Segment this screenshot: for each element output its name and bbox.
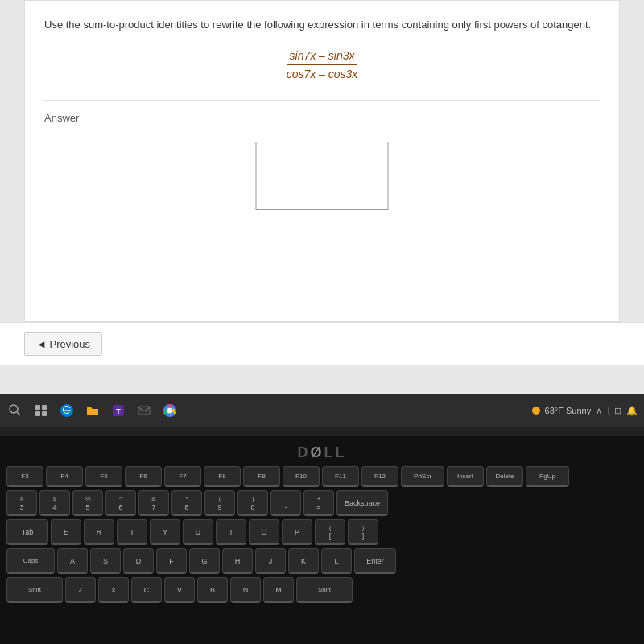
- dell-logo: DØLL: [0, 436, 644, 466]
- svg-rect-5: [42, 411, 47, 416]
- key-0[interactable]: )0: [237, 490, 268, 516]
- key-u[interactable]: U: [183, 519, 213, 545]
- key-z[interactable]: Z: [65, 577, 96, 603]
- number-key-row: #3 $4 %5 ^6 &7 *8 (9 )0 _- += Backspace: [0, 490, 644, 516]
- key-p[interactable]: P: [282, 519, 312, 545]
- key-enter[interactable]: Enter: [354, 548, 396, 574]
- math-expression: sin7x – sin3x cos7x – cos3x: [44, 49, 600, 80]
- svg-rect-3: [42, 405, 47, 410]
- key-o[interactable]: O: [249, 519, 279, 545]
- taskbar-chrome-icon[interactable]: [161, 402, 179, 419]
- key-backspace[interactable]: Backspace: [336, 490, 388, 516]
- content-area: Use the sum-to-product identities to rew…: [24, 0, 620, 322]
- key-l[interactable]: L: [321, 548, 352, 574]
- svg-rect-4: [35, 411, 40, 416]
- taskbar-task-view-icon[interactable]: [32, 402, 50, 419]
- key-g[interactable]: G: [189, 548, 220, 574]
- key-f6[interactable]: F6: [125, 466, 162, 487]
- svg-rect-9: [138, 407, 150, 415]
- taskbar-mail-icon[interactable]: [135, 402, 153, 419]
- denominator: cos7x – cos3x: [287, 65, 358, 80]
- key-3[interactable]: #3: [6, 490, 37, 516]
- key-f3[interactable]: F3: [6, 466, 43, 487]
- key-b[interactable]: B: [197, 577, 228, 603]
- key-9[interactable]: (9: [204, 490, 235, 516]
- taskbar-chevron-up[interactable]: ∧: [596, 406, 602, 416]
- key-5[interactable]: %5: [72, 490, 103, 516]
- key-close-bracket[interactable]: }]: [348, 519, 378, 545]
- screen-bezel: [0, 427, 644, 436]
- svg-rect-2: [35, 405, 40, 410]
- weather-text: 63°F Sunny: [545, 406, 592, 415]
- key-f7[interactable]: F7: [164, 466, 201, 487]
- key-v[interactable]: V: [164, 577, 195, 603]
- key-m[interactable]: M: [263, 577, 294, 603]
- svg-text:T: T: [116, 407, 121, 415]
- previous-button[interactable]: ◄ Previous: [24, 332, 102, 356]
- key-t[interactable]: T: [117, 519, 147, 545]
- key-f9[interactable]: F9: [243, 466, 280, 487]
- key-f[interactable]: F: [156, 548, 187, 574]
- key-6[interactable]: ^6: [105, 490, 136, 516]
- keyboard-area: DØLL F3 F4 F5 F6 F7 F8 F9 F10 F11 F12 Pr…: [0, 436, 644, 644]
- key-e[interactable]: E: [51, 519, 81, 545]
- key-shift-right[interactable]: Shift: [296, 577, 353, 603]
- key-minus[interactable]: _-: [270, 490, 301, 516]
- qwerty-key-row: Tab E R T Y U I O P {[ }]: [0, 519, 644, 545]
- key-r[interactable]: R: [84, 519, 114, 545]
- key-x[interactable]: X: [98, 577, 129, 603]
- key-open-bracket[interactable]: {[: [315, 519, 345, 545]
- key-i[interactable]: I: [216, 519, 246, 545]
- key-k[interactable]: K: [288, 548, 319, 574]
- key-y[interactable]: Y: [150, 519, 180, 545]
- key-f11[interactable]: F11: [322, 466, 359, 487]
- taskbar-folder-icon[interactable]: [84, 402, 101, 419]
- question-text: Use the sum-to-product identities to rew…: [44, 17, 600, 33]
- key-plus[interactable]: +=: [303, 490, 334, 516]
- bottom-key-row: Caps A S D F G H J K L Enter: [0, 548, 644, 574]
- taskbar-right: 63°F Sunny ∧ | ⊡ 🔔: [532, 406, 638, 416]
- numerator: sin7x – sin3x: [287, 49, 358, 65]
- fraction: sin7x – sin3x cos7x – cos3x: [287, 49, 358, 80]
- bottom-bar: ◄ Previous: [0, 322, 644, 365]
- key-d[interactable]: D: [123, 548, 154, 574]
- taskbar-extra-icons: ⊡: [614, 406, 621, 416]
- key-prtscr[interactable]: PrtScr: [401, 466, 444, 487]
- key-8[interactable]: *8: [171, 490, 202, 516]
- taskbar-teams-icon[interactable]: T: [109, 402, 127, 419]
- key-s[interactable]: S: [90, 548, 121, 574]
- screen: Use the sum-to-product identities to rew…: [0, 0, 644, 394]
- key-f10[interactable]: F10: [283, 466, 320, 487]
- taskbar: T 63°F Sunny ∧ | ⊡ 🔔: [0, 394, 644, 427]
- key-f5[interactable]: F5: [85, 466, 122, 487]
- key-insert[interactable]: Insert: [447, 466, 484, 487]
- key-4[interactable]: $4: [39, 490, 70, 516]
- space-key-row: Shift Z X C V B N M Shift: [0, 577, 644, 603]
- answer-input-box[interactable]: [256, 142, 389, 210]
- svg-point-0: [10, 405, 18, 413]
- key-tab[interactable]: Tab: [6, 519, 48, 545]
- svg-line-1: [17, 412, 20, 415]
- key-f8[interactable]: F8: [204, 466, 241, 487]
- key-shift-left[interactable]: Shift: [6, 577, 63, 603]
- key-f12[interactable]: F12: [361, 466, 398, 487]
- key-j[interactable]: J: [255, 548, 286, 574]
- key-f4[interactable]: F4: [46, 466, 83, 487]
- key-7[interactable]: &7: [138, 490, 169, 516]
- key-c[interactable]: C: [131, 577, 162, 603]
- key-n[interactable]: N: [230, 577, 261, 603]
- answer-label: Answer: [44, 100, 600, 124]
- taskbar-search-icon[interactable]: [6, 402, 24, 419]
- svg-point-11: [167, 408, 173, 414]
- key-h[interactable]: H: [222, 548, 253, 574]
- key-pgup[interactable]: PgUp: [526, 466, 569, 487]
- taskbar-edge-icon[interactable]: [58, 402, 76, 419]
- taskbar-notif-icon[interactable]: 🔔: [626, 406, 638, 416]
- key-delete[interactable]: Delete: [486, 466, 523, 487]
- key-a[interactable]: A: [57, 548, 88, 574]
- taskbar-separator: |: [607, 406, 609, 415]
- fn-key-row: F3 F4 F5 F6 F7 F8 F9 F10 F11 F12 PrtScr …: [0, 466, 644, 487]
- key-caps[interactable]: Caps: [6, 548, 55, 574]
- weather-icon: [532, 407, 540, 415]
